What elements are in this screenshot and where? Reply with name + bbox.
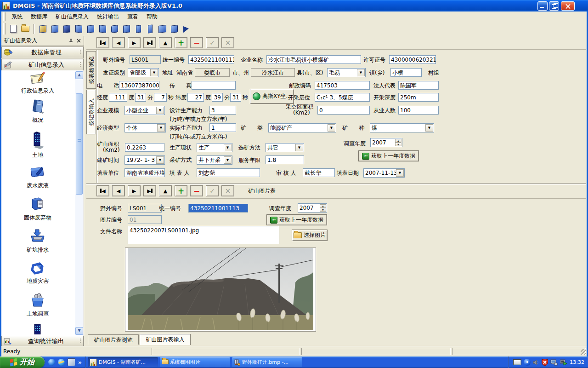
mining-depth-input[interactable]: 250m	[398, 93, 439, 102]
legal-rep-input[interactable]: 陈国军	[398, 81, 439, 90]
land-icon[interactable]	[61, 23, 72, 34]
tab-record-input[interactable]: 按记录输入	[86, 90, 96, 134]
mine-class-combo[interactable]: 能源矿产▼	[268, 123, 336, 132]
volume-icon[interactable]	[533, 359, 539, 366]
sidebar-item-pit-drainage[interactable]: 矿坑排水	[1, 229, 74, 253]
sidebar-item-admin-entry[interactable]: 行政信息录入	[1, 70, 74, 94]
sidebar-group-database[interactable]: 数据库管理	[1, 46, 84, 58]
resize-grip[interactable]	[581, 349, 586, 355]
mining-method-combo[interactable]: 井下开采▼	[197, 155, 232, 165]
longitude-sec-input[interactable]: 7	[154, 93, 167, 102]
longitude-deg-input[interactable]: 111	[109, 93, 127, 102]
overview-icon[interactable]	[49, 23, 60, 34]
auditor-input[interactable]: 戴长华	[303, 168, 335, 177]
scrollbar-thumb[interactable]	[76, 93, 83, 195]
pic-nav-up-button[interactable]: ▲	[159, 185, 172, 196]
unified-no-input[interactable]: 43250211001113	[188, 55, 234, 64]
desktop-icon[interactable]	[68, 358, 75, 366]
menubar-grip[interactable]	[3, 12, 6, 21]
pic-nav-first-button[interactable]: ◀	[96, 185, 109, 196]
town-input[interactable]: 小横	[390, 68, 422, 77]
nav-up-button[interactable]: ▲	[159, 37, 172, 48]
latitude-deg-input[interactable]: 27	[187, 93, 204, 102]
tab-picture-table-input[interactable]: 矿山图片表输入	[140, 334, 191, 345]
new-file-icon[interactable]	[8, 23, 19, 34]
land-survey-icon[interactable]	[121, 23, 132, 34]
actual-capacity-input[interactable]: 1	[209, 123, 236, 132]
production-status-combo[interactable]: 生产▼	[197, 143, 232, 152]
exit-icon[interactable]	[181, 23, 192, 34]
build-time-combo[interactable]: 1972- 1- 3▼	[124, 155, 165, 165]
county-combo[interactable]: 毛易▼	[327, 68, 366, 77]
gauss-xy-button[interactable]: 高斯XY坐...	[250, 89, 294, 104]
economic-type-combo[interactable]: 个体▼	[124, 123, 166, 132]
dropdown-icon[interactable]: ▼	[425, 124, 433, 132]
stats-column-icon[interactable]	[145, 23, 156, 34]
pic-unified-no-input[interactable]: 43250211001113	[188, 204, 248, 213]
longitude-min-input[interactable]: 31	[135, 93, 146, 102]
service-years-input[interactable]: 1.8	[266, 155, 304, 164]
dropdown-icon[interactable]: ▼	[156, 107, 164, 114]
dropdown-icon[interactable]: ▼	[396, 169, 404, 177]
nav-cancel-button[interactable]: ×	[221, 37, 234, 48]
beneficiation-combo[interactable]: 其它▼	[266, 143, 304, 152]
tab-picture-table-browse[interactable]: 矿山图片表浏览	[88, 334, 139, 345]
sidebar-item-overview[interactable]: 概况	[1, 99, 74, 123]
sidebar-group-mine-entry[interactable]: 矿山信息录入	[1, 59, 84, 71]
mine-area-input[interactable]: 0.2263	[125, 143, 164, 152]
choose-picture-button[interactable]: 选择图片	[292, 230, 328, 241]
sidebar-item-partial[interactable]	[1, 323, 74, 336]
goaf-area-input[interactable]: 0	[317, 106, 370, 115]
latitude-min-input[interactable]: 39	[212, 93, 223, 102]
minimize-button[interactable]	[537, 1, 548, 11]
close-panel-icon[interactable]	[75, 38, 82, 44]
admin-entry-icon[interactable]	[37, 23, 48, 34]
prefecture-input[interactable]: 冷水江市	[251, 68, 295, 77]
nav-confirm-button[interactable]: ✓	[206, 37, 219, 48]
pic-nav-cancel-button[interactable]: ×	[221, 185, 234, 196]
mining-layer-input[interactable]: C₁c¹ 3、5煤层	[315, 93, 370, 102]
dropdown-icon[interactable]: ▼	[156, 156, 164, 164]
pic-nav-next-button[interactable]: ▶	[128, 185, 141, 196]
pic-survey-year-spinner[interactable]: 2007▲▼	[298, 203, 327, 213]
dropdown-icon[interactable]: ▼	[157, 124, 165, 132]
city-input[interactable]: 娄底市	[195, 68, 230, 77]
design-capacity-input[interactable]: 3	[209, 106, 236, 115]
chevron-icon[interactable]: »	[78, 359, 82, 366]
dropdown-icon[interactable]: ▼	[150, 69, 158, 76]
sidebar-item-land[interactable]: 土地	[1, 131, 74, 158]
nav-add-button[interactable]: +	[175, 37, 187, 48]
land-reclaim-icon[interactable]	[133, 23, 144, 34]
sidebar-item-wastewater[interactable]: 废水废液	[1, 164, 74, 189]
dropdown-icon[interactable]: ▼	[357, 69, 365, 76]
employees-input[interactable]: 100	[398, 106, 439, 115]
menu-system[interactable]: 系统	[7, 12, 27, 22]
pit-drainage-icon[interactable]	[97, 23, 108, 34]
menu-view[interactable]: 查看	[123, 12, 142, 22]
nav-last-button[interactable]: ▶	[143, 37, 156, 48]
menu-mine-info-entry[interactable]: 矿山信息录入	[51, 12, 93, 22]
restore-button[interactable]	[549, 1, 559, 11]
menu-help[interactable]: 帮助	[142, 12, 162, 22]
pic-no-input[interactable]: 01	[128, 215, 162, 224]
spin-down-icon[interactable]: ▼	[395, 143, 401, 146]
filename-input[interactable]: 4325022007LS00101.jpg	[128, 226, 279, 244]
phone-input[interactable]: 13607387000	[119, 81, 159, 90]
geo-hazard-icon[interactable]	[109, 23, 120, 34]
internet-explorer-icon[interactable]	[58, 359, 65, 366]
toolbar-grip[interactable]	[3, 23, 6, 34]
fax-input[interactable]	[192, 81, 236, 90]
table-icon[interactable]	[157, 23, 168, 34]
close-button[interactable]	[561, 1, 575, 11]
fill-date-combo[interactable]: 2007-11-13▼	[363, 168, 405, 178]
nav-first-button[interactable]: ◀	[96, 37, 109, 48]
quicklaunch-app-icon[interactable]	[48, 359, 55, 366]
language-bar-icon[interactable]	[524, 359, 531, 366]
spin-up-icon[interactable]: ▲	[320, 204, 326, 208]
mine-kind-combo[interactable]: 煤▼	[370, 123, 434, 132]
taskbar-task-dmgis[interactable]: DMGIS - 湖南省矿...	[88, 357, 158, 367]
pic-nav-prev-button[interactable]: ◀	[112, 185, 125, 196]
taskbar-task-paint[interactable]: 野外版打开.bmp -...	[232, 357, 302, 367]
security-shield-icon[interactable]	[542, 359, 548, 366]
fill-unit-input[interactable]: 湖南省地质环境	[124, 168, 165, 177]
